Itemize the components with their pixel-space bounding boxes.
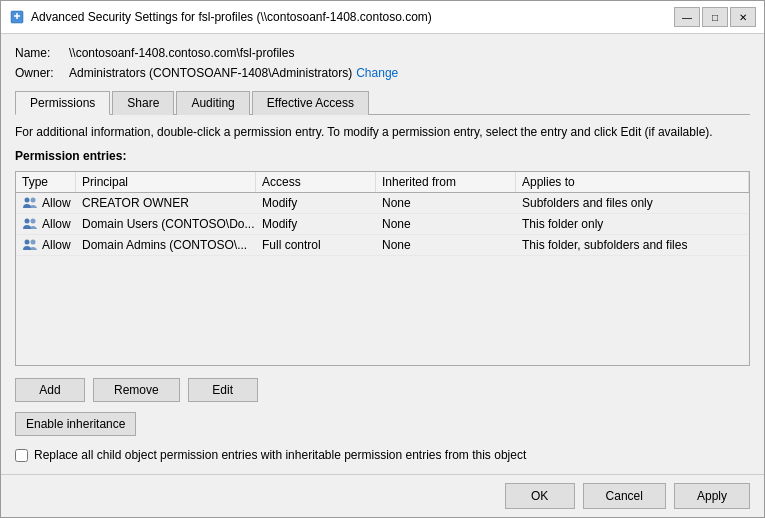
enable-inheritance-button[interactable]: Enable inheritance — [15, 412, 136, 436]
tab-share[interactable]: Share — [112, 91, 174, 115]
tabs-container: Permissions Share Auditing Effective Acc… — [15, 90, 750, 115]
cancel-button[interactable]: Cancel — [583, 483, 666, 509]
cell-inherited-0: None — [376, 193, 516, 213]
title-bar: Advanced Security Settings for fsl-profi… — [1, 1, 764, 34]
col-access: Access — [256, 172, 376, 192]
table-row[interactable]: Allow Domain Admins (CONTOSO\... Full co… — [16, 235, 749, 256]
window-icon — [9, 9, 25, 25]
svg-point-4 — [31, 219, 36, 224]
replace-checkbox-row: Replace all child object permission entr… — [15, 448, 750, 462]
table-header: Type Principal Access Inherited from App… — [16, 172, 749, 193]
user-icon-0 — [22, 196, 38, 210]
owner-value: Administrators (CONTOSOANF-1408\Administ… — [69, 66, 352, 80]
cell-principal-0: CREATOR OWNER — [76, 193, 256, 213]
tab-auditing[interactable]: Auditing — [176, 91, 249, 115]
window-controls: — □ ✕ — [674, 7, 756, 27]
col-inherited: Inherited from — [376, 172, 516, 192]
add-button[interactable]: Add — [15, 378, 85, 402]
replace-checkbox[interactable] — [15, 449, 28, 462]
cell-inherited-1: None — [376, 214, 516, 234]
tab-effective-access[interactable]: Effective Access — [252, 91, 369, 115]
apply-button[interactable]: Apply — [674, 483, 750, 509]
main-window: Advanced Security Settings for fsl-profi… — [0, 0, 765, 518]
col-type: Type — [16, 172, 76, 192]
minimize-button[interactable]: — — [674, 7, 700, 27]
svg-point-1 — [25, 198, 30, 203]
user-icon-1 — [22, 217, 38, 231]
cell-applies-2: This folder, subfolders and files — [516, 235, 749, 255]
cell-type-0: Allow — [16, 193, 76, 213]
table-body: Allow CREATOR OWNER Modify None Subfolde… — [16, 193, 749, 365]
name-row: Name: \\contosoanf-1408.contoso.com\fsl-… — [15, 46, 750, 60]
cell-access-2: Full control — [256, 235, 376, 255]
ok-button[interactable]: OK — [505, 483, 575, 509]
permission-table: Type Principal Access Inherited from App… — [15, 171, 750, 366]
cell-applies-1: This folder only — [516, 214, 749, 234]
cell-principal-1: Domain Users (CONTOSO\Do... — [76, 214, 256, 234]
section-label: Permission entries: — [15, 149, 750, 163]
name-label: Name: — [15, 46, 65, 60]
cell-applies-0: Subfolders and files only — [516, 193, 749, 213]
enable-inheritance-row: Enable inheritance — [15, 408, 750, 436]
owner-row: Owner: Administrators (CONTOSOANF-1408\A… — [15, 66, 750, 80]
name-value: \\contosoanf-1408.contoso.com\fsl-profil… — [69, 46, 294, 60]
col-applies: Applies to — [516, 172, 749, 192]
cell-inherited-2: None — [376, 235, 516, 255]
edit-button[interactable]: Edit — [188, 378, 258, 402]
cell-access-0: Modify — [256, 193, 376, 213]
info-text: For additional information, double-click… — [15, 125, 750, 139]
col-principal: Principal — [76, 172, 256, 192]
tab-permissions[interactable]: Permissions — [15, 91, 110, 115]
owner-label: Owner: — [15, 66, 65, 80]
table-row[interactable]: Allow Domain Users (CONTOSO\Do... Modify… — [16, 214, 749, 235]
user-icon-2 — [22, 238, 38, 252]
close-button[interactable]: ✕ — [730, 7, 756, 27]
maximize-button[interactable]: □ — [702, 7, 728, 27]
dialog-content: Name: \\contosoanf-1408.contoso.com\fsl-… — [1, 34, 764, 474]
cell-type-2: Allow — [16, 235, 76, 255]
svg-point-5 — [25, 240, 30, 245]
cell-access-1: Modify — [256, 214, 376, 234]
cell-type-1: Allow — [16, 214, 76, 234]
svg-point-2 — [31, 198, 36, 203]
cell-principal-2: Domain Admins (CONTOSO\... — [76, 235, 256, 255]
action-buttons: Add Remove Edit — [15, 378, 750, 402]
bottom-buttons: OK Cancel Apply — [1, 474, 764, 517]
replace-checkbox-label: Replace all child object permission entr… — [34, 448, 526, 462]
remove-button[interactable]: Remove — [93, 378, 180, 402]
window-title: Advanced Security Settings for fsl-profi… — [31, 10, 668, 24]
svg-point-3 — [25, 219, 30, 224]
svg-point-6 — [31, 240, 36, 245]
table-row[interactable]: Allow CREATOR OWNER Modify None Subfolde… — [16, 193, 749, 214]
change-owner-link[interactable]: Change — [356, 66, 398, 80]
